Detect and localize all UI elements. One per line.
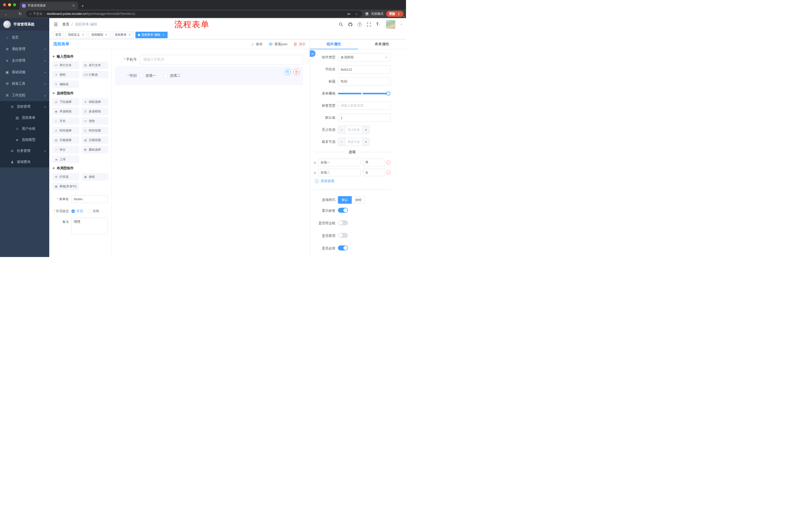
forward-button[interactable]: → — [9, 12, 17, 16]
status-radio-off[interactable]: 关闭 — [87, 209, 99, 214]
palette-component[interactable]: ☁ 上传 — [52, 155, 79, 163]
sidebar-menu-item[interactable]: ⚒ 研发工具 ▾ — [0, 78, 49, 89]
sidebar-menu-item[interactable]: ☺ 用户分组 — [0, 123, 49, 134]
sidebar-menu-item[interactable]: ≣ 流程管理 ▴ — [0, 101, 49, 112]
close-window-button[interactable] — [3, 3, 6, 6]
palette-component[interactable]: ▥ 日期选择 — [52, 136, 79, 144]
option-label-input[interactable]: 选项一 — [318, 159, 361, 166]
option-value-input[interactable]: 男 — [363, 159, 384, 166]
gender-checkbox[interactable]: 选项一 — [140, 74, 156, 78]
remove-option-icon[interactable]: − — [386, 170, 390, 174]
canvas-field-phone[interactable]: 手机号 请输入手机号 — [115, 55, 303, 64]
view-json-button[interactable]: 查看json — [268, 42, 287, 47]
palette-component[interactable]: ◴ 时间范围 — [82, 127, 109, 134]
github-icon[interactable] — [348, 22, 353, 27]
page-tag[interactable]: 首页 × — [53, 32, 64, 38]
page-tag[interactable]: 流程表单-编辑 × — [136, 32, 168, 38]
grid-slider[interactable] — [338, 89, 390, 98]
form-canvas[interactable]: 手机号 请输入手机号 — [112, 49, 310, 257]
palette-component[interactable]: ▦ 表格[开发中] — [52, 183, 79, 190]
component-type-select[interactable]: 多选框组 ▼ — [338, 53, 390, 61]
max-select-stepper[interactable]: − 最多可选 + — [338, 138, 370, 146]
user-avatar[interactable] — [386, 20, 396, 29]
slider-handle[interactable] — [386, 91, 390, 96]
tag-close-icon[interactable]: × — [105, 33, 108, 37]
palette-component[interactable]: ▨ 日期范围 — [82, 136, 109, 144]
option-style-default[interactable]: 默认 — [338, 196, 352, 204]
minimize-window-button[interactable] — [8, 3, 11, 6]
checkbox-icon[interactable] — [164, 74, 168, 77]
plus-icon[interactable]: + — [362, 126, 369, 134]
field-name-input[interactable]: field122 — [338, 65, 390, 74]
sidebar-logo[interactable]: 芋道管理系统 — [0, 18, 49, 31]
sidebar-menu-item[interactable]: ⌂ 首页 — [0, 32, 49, 43]
phone-input[interactable]: 请输入手机号 — [140, 55, 303, 64]
minus-icon[interactable]: − — [338, 126, 345, 134]
fullscreen-icon[interactable] — [367, 22, 371, 27]
clear-button[interactable]: 清空 — [293, 42, 306, 47]
title-input[interactable]: 性别 — [338, 77, 390, 85]
breadcrumb-home[interactable]: 首页 — [62, 22, 69, 27]
sidebar-menu-item[interactable]: ¥ 支付管理 ▾ — [0, 55, 49, 66]
palette-component[interactable]: ✎ 编辑器 — [52, 80, 79, 88]
toggle-switch[interactable] — [338, 208, 348, 213]
checkbox-icon[interactable] — [140, 74, 143, 77]
browser-update-button[interactable]: 更新 ⋮ — [386, 11, 404, 17]
sidebar-menu-item[interactable]: ≋ 任务管理 ▾ — [0, 145, 49, 156]
canvas-field-gender-selected[interactable]: 性别 选项一 — [115, 66, 303, 85]
help-icon[interactable]: ? — [357, 22, 362, 27]
palette-component[interactable]: ▣ 按钮 — [82, 173, 109, 181]
back-button[interactable]: ← — [2, 12, 9, 16]
max-select-value[interactable]: 最多可选 — [345, 138, 362, 145]
palette-component[interactable]: ◎ 下拉选择 — [52, 98, 79, 106]
new-tab-button[interactable]: + — [81, 3, 84, 8]
min-select-stepper[interactable]: − 至少应选 + — [338, 126, 370, 134]
min-select-value[interactable]: 至少应选 — [345, 126, 362, 134]
address-bar[interactable]: ⚠ 不安全 dashboard.yudao.iocoder.cn/bpm/man… — [26, 10, 362, 17]
browser-tab[interactable]: 芋道管理系统 ✕ — [20, 2, 78, 9]
delete-widget-button[interactable] — [293, 69, 299, 75]
default-value-input[interactable]: 1 — [338, 114, 390, 122]
sidebar-menu-item[interactable]: ♟ 请假查询 — [0, 156, 49, 167]
page-tag[interactable]: 流程定义 × — [65, 32, 87, 38]
avatar-caret-icon[interactable]: ▾ — [401, 23, 402, 26]
gender-checkbox[interactable]: 选项二 — [164, 74, 180, 78]
form-name-input[interactable]: biubiu — [71, 195, 108, 203]
palette-component[interactable]: ▭ 单行文本 — [52, 61, 79, 69]
drag-handle-icon[interactable]: ≡ — [314, 160, 316, 165]
bookmark-star-icon[interactable]: ☆ — [354, 11, 359, 16]
sidebar-menu-item[interactable]: ⌘ 工作流程 ▴ — [0, 89, 49, 101]
zoom-window-button[interactable] — [13, 3, 16, 6]
tab-close-icon[interactable]: ✕ — [71, 4, 76, 7]
security-indicator[interactable]: ⚠ 不安全 — [29, 12, 42, 16]
option-style-button[interactable]: 按钮 — [352, 196, 365, 204]
palette-component[interactable]: ⋔ 级联选择 — [82, 98, 109, 106]
toggle-switch[interactable] — [338, 220, 348, 225]
palette-component[interactable]: ◉ 单选框组 — [52, 108, 79, 115]
palette-component[interactable]: ✳ 密码 — [52, 71, 79, 78]
password-key-icon[interactable] — [346, 11, 351, 16]
palette-component[interactable]: ◩ 颜色选择 — [82, 146, 109, 154]
reload-button[interactable]: ↻ — [17, 11, 24, 16]
kebab-menu-icon[interactable]: ⋮ — [398, 12, 401, 16]
option-value-input[interactable]: 女 — [363, 169, 384, 176]
sidebar-menu-item[interactable]: ▤ 流程表单 — [0, 112, 49, 123]
plus-icon[interactable]: + — [362, 138, 369, 145]
slider-track[interactable] — [338, 93, 388, 94]
label-width-input[interactable]: 请输入标签宽度 — [338, 102, 390, 110]
palette-component[interactable]: ◐ 开关 — [52, 117, 79, 125]
tab-form-props[interactable]: 表单属性 — [358, 39, 406, 49]
page-tag[interactable]: 流程表单 × — [112, 32, 134, 38]
tag-close-icon[interactable]: × — [128, 33, 132, 37]
status-radio-on[interactable]: 开启 — [71, 209, 83, 214]
font-size-icon[interactable]: T↕ — [376, 22, 380, 27]
minus-icon[interactable]: − — [338, 138, 345, 145]
tab-component-props[interactable]: 组件属性 — [310, 39, 358, 49]
copy-widget-button[interactable] — [285, 69, 291, 75]
page-tag[interactable]: 流程模型 × — [89, 32, 111, 38]
tag-close-icon[interactable]: × — [81, 33, 85, 37]
sidebar-menu-item[interactable]: ⚙ 系统管理 ▾ — [0, 43, 49, 55]
sidebar-menu-item[interactable]: ➤ 流程模型 — [0, 134, 49, 145]
add-option-button[interactable]: + 添加选项 — [315, 179, 390, 183]
palette-component[interactable]: ⊶ 滑块 — [82, 117, 109, 125]
